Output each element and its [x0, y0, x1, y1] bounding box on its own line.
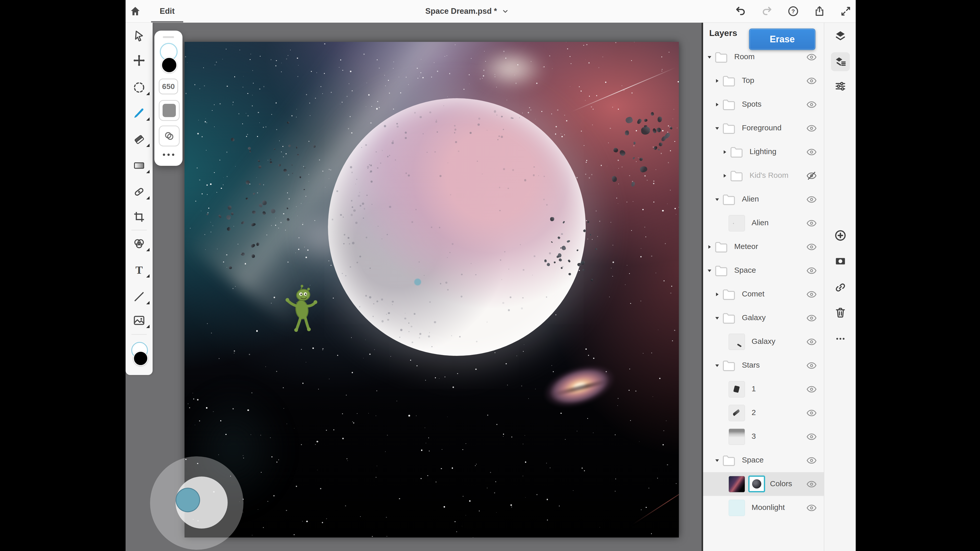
layer-row[interactable]: Stars [703, 354, 824, 377]
layer-visibility-toggle[interactable] [805, 146, 818, 158]
toolbar-color-swatches[interactable] [126, 342, 153, 370]
erase-button[interactable]: Erase [749, 29, 815, 50]
layer-row[interactable]: Meteor [703, 235, 824, 259]
layer-visibility-toggle[interactable] [805, 383, 818, 395]
background-color-swatch[interactable] [133, 351, 148, 366]
layer-row[interactable]: Top [703, 69, 824, 93]
tool-heal[interactable] [126, 181, 153, 203]
tool-eraser[interactable] [126, 129, 153, 150]
layer-visibility-toggle-hidden[interactable] [805, 170, 818, 182]
collapse-group-arrow[interactable] [714, 457, 721, 464]
share-button[interactable] [812, 0, 827, 22]
layer-thumbnail[interactable] [729, 500, 745, 516]
collapse-group-arrow[interactable] [714, 315, 721, 321]
canvas[interactable] [185, 42, 679, 537]
tool-type[interactable]: T [126, 259, 153, 281]
tab-edit[interactable]: Edit [151, 0, 183, 22]
layer-row[interactable]: Space [703, 448, 824, 472]
tool-brush[interactable] [126, 102, 153, 124]
layer-visibility-toggle[interactable] [805, 431, 818, 443]
layer-visibility-toggle[interactable] [805, 122, 818, 134]
layer-row[interactable]: Colors [703, 472, 824, 496]
layer-visibility-toggle[interactable] [805, 312, 818, 324]
layer-mask-thumbnail[interactable] [748, 475, 765, 492]
tool-mixer[interactable] [126, 233, 153, 254]
layer-row[interactable]: Spots [703, 93, 824, 116]
tool-crop[interactable] [126, 206, 153, 227]
layer-visibility-toggle[interactable] [805, 99, 818, 110]
collapse-group-arrow[interactable] [706, 54, 713, 60]
collapse-group-arrow[interactable] [706, 267, 713, 274]
expand-group-arrow[interactable] [721, 149, 728, 156]
layer-row[interactable]: Space [703, 259, 824, 283]
rail-layer-mask-button[interactable] [831, 252, 850, 271]
background-color-swatch[interactable] [161, 57, 177, 73]
layer-row[interactable]: Lighting [703, 140, 824, 164]
rail-layers-button[interactable] [831, 26, 850, 45]
collapse-group-arrow[interactable] [714, 125, 721, 132]
brush-smoothing-button[interactable] [159, 125, 180, 146]
layer-row[interactable]: 2 [703, 401, 824, 425]
collapse-group-arrow[interactable] [714, 362, 721, 369]
tool-move[interactable] [126, 25, 153, 47]
layer-visibility-toggle[interactable] [805, 454, 818, 466]
layer-row[interactable]: Foreground [703, 116, 824, 140]
tool-lasso[interactable] [126, 77, 153, 98]
rail-layer-properties-button[interactable] [831, 52, 850, 71]
brush-opacity-button[interactable] [159, 100, 180, 121]
layer-row[interactable]: Moonlight [703, 496, 824, 519]
layer-visibility-toggle[interactable] [805, 360, 818, 372]
collapse-group-arrow[interactable] [714, 196, 721, 203]
layer-visibility-toggle[interactable] [805, 336, 818, 348]
layer-row[interactable]: 3 [703, 425, 824, 448]
layer-visibility-toggle[interactable] [805, 218, 818, 229]
rail-delete-layer-button[interactable] [831, 303, 850, 322]
expand-group-arrow[interactable] [714, 101, 721, 108]
layer-row[interactable]: 1 [703, 377, 824, 401]
tool-gradient[interactable] [126, 155, 153, 176]
layer-visibility-toggle[interactable] [805, 51, 818, 63]
touch-shortcut-control[interactable] [150, 456, 243, 550]
tool-place-image[interactable] [126, 310, 153, 331]
more-tool-options-button[interactable] [154, 149, 183, 160]
expand-group-arrow[interactable] [706, 244, 713, 250]
home-button[interactable] [127, 0, 143, 22]
help-button[interactable]: ? [786, 0, 801, 22]
layer-visibility-toggle[interactable] [805, 241, 818, 253]
rail-add-layer-button[interactable] [831, 226, 850, 245]
brush-size-button[interactable]: 650 [159, 79, 178, 94]
tool-shape[interactable] [126, 286, 153, 307]
layer-visibility-toggle[interactable] [805, 502, 818, 514]
layer-visibility-toggle[interactable] [805, 265, 818, 276]
rail-clip-link-button[interactable] [831, 278, 850, 297]
touch-shortcut-dot[interactable] [176, 488, 200, 512]
layer-visibility-toggle[interactable] [805, 289, 818, 300]
layer-thumbnail[interactable] [729, 476, 745, 492]
expand-group-arrow[interactable] [721, 172, 728, 179]
layer-thumbnail[interactable] [729, 333, 745, 350]
layer-row[interactable]: Kid's Room [703, 164, 824, 187]
layer-visibility-toggle[interactable] [805, 194, 818, 205]
layer-visibility-toggle[interactable] [805, 75, 818, 87]
undo-button[interactable] [733, 0, 748, 22]
layer-thumbnail[interactable] [729, 405, 745, 421]
layer-thumbnail[interactable] [729, 429, 745, 445]
layer-row[interactable]: Alien [703, 187, 824, 211]
layer-visibility-toggle[interactable] [805, 478, 818, 490]
layer-thumbnail[interactable] [729, 215, 745, 231]
layer-row[interactable]: Alien [703, 211, 824, 235]
redo-button[interactable] [759, 0, 775, 22]
layer-row[interactable]: Comet [703, 283, 824, 306]
rail-adjustments-button[interactable] [831, 77, 850, 96]
tool-transform[interactable] [126, 50, 153, 71]
drag-handle[interactable] [163, 36, 174, 38]
expand-group-arrow[interactable] [714, 291, 721, 298]
layer-thumbnail[interactable] [729, 381, 745, 397]
fullscreen-button[interactable] [838, 0, 853, 22]
rail-more-options-button[interactable] [831, 329, 850, 348]
layer-visibility-toggle[interactable] [805, 407, 818, 419]
document-title[interactable]: Space Dream.psd * [396, 0, 539, 22]
expand-group-arrow[interactable] [714, 78, 721, 84]
layer-row[interactable]: Galaxy [703, 330, 824, 354]
layer-row[interactable]: Galaxy [703, 306, 824, 330]
